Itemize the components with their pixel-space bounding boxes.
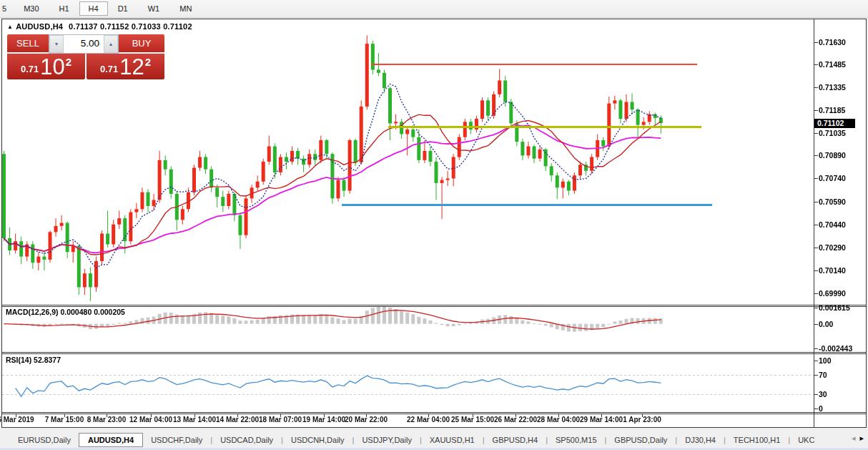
price-axis-tick: 0.70290: [819, 243, 846, 252]
up-triangle-icon: ▲: [7, 24, 13, 30]
macd-axis-tick: -0.002443: [819, 344, 852, 353]
buy-price-prefix: 0.71: [100, 64, 118, 74]
mt4-terminal: 5M30H1H4D1W1MN ▲AUDUSD,H40.71137 0.71152…: [0, 0, 868, 450]
current-price-tag: 0.71102: [814, 119, 855, 128]
timeframe-button-w1[interactable]: W1: [138, 1, 170, 16]
date-axis-label: 29 Mar 14:00: [580, 416, 623, 424]
chart-tab-gbpusd-h4[interactable]: GBPUSD,H4: [485, 434, 546, 446]
sell-price-display[interactable]: 0.71102: [7, 54, 85, 79]
chart-tab-tech100-h1[interactable]: TECH100,H1: [726, 434, 788, 446]
date-axis-label: 13 Mar 14:00: [173, 416, 216, 424]
date-axis-label: 7 Mar 15:00: [45, 416, 84, 424]
price-axis-tick: 0.71335: [819, 83, 846, 92]
chart-tab-gbpusd-daily[interactable]: GBPUSD,Daily: [606, 434, 675, 446]
rsi-axis-tick: 0: [819, 404, 823, 413]
price-axis-tick: 0.70890: [819, 151, 846, 160]
timeframe-button-d1[interactable]: D1: [108, 1, 138, 16]
rsi-axis-tick: 70: [819, 371, 827, 379]
date-axis-label: 20 Mar 22:00: [345, 416, 388, 424]
sell-price-sup: 2: [66, 56, 71, 68]
timeframe-button-mn[interactable]: MN: [169, 1, 202, 16]
tab-scroll-left-icon[interactable]: ◂: [852, 434, 856, 443]
chart-tab-eurusd-daily[interactable]: EURUSD,Daily: [10, 434, 79, 446]
macd-axis-tick: 0.00: [819, 320, 833, 328]
price-axis-tick: 0.70440: [819, 220, 846, 229]
rsi-axis-tick: 100: [819, 356, 832, 365]
chart-canvas[interactable]: [1, 19, 867, 428]
sell-price-prefix: 0.71: [21, 64, 39, 74]
chart-tab-usdcad-daily[interactable]: USDCAD,Daily: [212, 434, 281, 446]
date-axis-label: 18 Mar 07:00: [259, 416, 302, 424]
rsi-axis-tick: 30: [819, 390, 827, 398]
price-axis-tick: 0.70740: [819, 174, 846, 182]
chart-symbol-label: AUDUSD,H4: [16, 22, 63, 31]
date-axis-label: 22 Mar 04:00: [407, 416, 450, 424]
buy-price-display[interactable]: 0.71122: [87, 54, 164, 79]
volume-input[interactable]: 5.00: [64, 35, 104, 53]
chart-tab-sp500-m15[interactable]: SP500,M15: [548, 434, 604, 446]
sell-price-big: 10: [40, 57, 64, 77]
date-axis-label: 1 Apr 23:00: [623, 416, 661, 424]
price-axis-tick: 0.71630: [819, 38, 846, 47]
chart-tab-dj30-h4[interactable]: DJ30,H4: [677, 434, 724, 446]
chart-tab-bar: EURUSD,DailyAUDUSD,H4USDCHF,Daily|USDCAD…: [0, 431, 868, 448]
chart-tab-usdchf-daily[interactable]: USDCHF,Daily: [143, 434, 210, 446]
tab-scroll-controls: ◂ ▸: [852, 434, 864, 443]
date-axis-label: 12 Mar 04:00: [129, 416, 172, 424]
chart-tab-usdjpy-daily[interactable]: USDJPY,Daily: [354, 434, 420, 446]
tab-scroll-right-icon[interactable]: ▸: [859, 434, 864, 443]
macd-label: MACD(12,26,9) 0.000480 0.000205: [6, 308, 125, 316]
date-axis-label: 28 Mar 04:00: [537, 416, 580, 424]
date-axis-label: 6 Mar 2019: [0, 416, 34, 424]
price-axis-tick: 0.70140: [819, 266, 846, 275]
price-axis-tick: 0.71035: [819, 129, 846, 137]
price-axis-tick: 0.70590: [819, 197, 846, 206]
chart-tab-audusd-h4[interactable]: AUDUSD,H4: [79, 433, 143, 447]
rsi-label: RSI(14) 52.8377: [6, 356, 61, 364]
chart-tab-ukc[interactable]: UKC: [790, 434, 822, 446]
buy-price-big: 12: [119, 57, 144, 77]
chart-tab-xauusd-h1[interactable]: XAUUSD,H1: [422, 434, 483, 446]
sell-button[interactable]: SELL: [7, 34, 49, 52]
volume-up-button[interactable]: ▲: [104, 35, 118, 53]
volume-stepper: ▼ 5.00 ▲: [49, 34, 119, 54]
date-axis-label: 8 Mar 23:00: [87, 416, 126, 424]
timeframe-button-m30[interactable]: M30: [14, 1, 49, 16]
buy-button[interactable]: BUY: [119, 34, 164, 52]
volume-down-button[interactable]: ▼: [49, 35, 64, 53]
one-click-trade-panel: SELL BUY ▼ 5.00 ▲ 0.71102 0.71122: [7, 34, 164, 79]
buy-price-sup: 2: [145, 56, 151, 68]
date-axis-label: 25 Mar 15:00: [451, 416, 494, 424]
timeframe-toolbar: 5M30H1H4D1W1MN: [0, 0, 868, 18]
chart-tab-usdcnh-daily[interactable]: USDCNH,Daily: [283, 434, 352, 446]
chart-ohlc-values: 0.71137 0.71152 0.71033 0.71102: [69, 22, 192, 31]
timeframe-button-h4[interactable]: H4: [79, 1, 108, 16]
timeframe-button-h1[interactable]: H1: [49, 1, 79, 16]
timeframe-button-5[interactable]: 5: [0, 1, 14, 16]
date-axis-label: 26 Mar 22:00: [494, 416, 537, 424]
price-axis-tick: 0.69990: [819, 289, 846, 298]
macd-axis-tick: 0.001615: [819, 303, 850, 312]
price-axis-tick: 0.71485: [819, 60, 846, 69]
date-axis-label: 19 Mar 14:00: [302, 416, 345, 424]
chart-header: ▲AUDUSD,H40.71137 0.71152 0.71033 0.7110…: [7, 22, 192, 31]
price-axis-tick: 0.71185: [819, 106, 845, 114]
date-axis-label: 14 Mar 22:00: [216, 416, 259, 424]
